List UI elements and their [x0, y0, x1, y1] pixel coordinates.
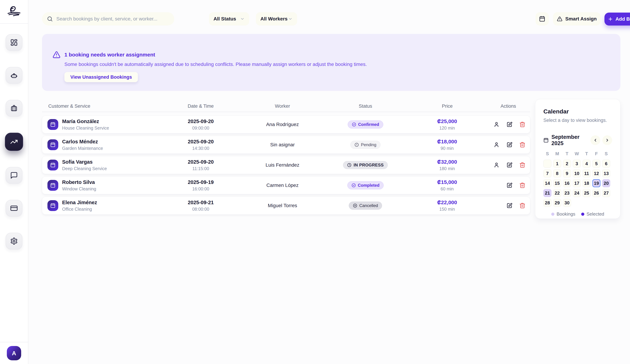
- calendar-day[interactable]: 11: [582, 169, 590, 177]
- calendar-day[interactable]: 17: [573, 179, 581, 187]
- next-month-button[interactable]: [602, 135, 612, 145]
- main-content: All Status All Workers Smart Assign Add …: [28, 0, 630, 364]
- calendar-day[interactable]: 2: [563, 160, 571, 168]
- calendar-day[interactable]: 19: [592, 179, 600, 187]
- trash-icon: [519, 162, 526, 168]
- search-icon: [47, 16, 53, 22]
- service-name: House Cleaning Service: [62, 125, 109, 131]
- user-avatar[interactable]: A: [7, 346, 21, 360]
- calendar-day[interactable]: 16: [563, 179, 571, 187]
- view-unassigned-button[interactable]: View Unassigned Bookings: [64, 72, 138, 82]
- status-filter-dropdown[interactable]: All Status: [209, 12, 249, 25]
- add-booking-button[interactable]: Add Booking: [604, 12, 630, 25]
- trash-icon: [519, 142, 526, 148]
- calendar-day[interactable]: 8: [553, 169, 561, 177]
- column-header-actions: Actions: [486, 103, 530, 109]
- sidebar-item-assistant[interactable]: [6, 67, 22, 84]
- table-row[interactable]: María González House Cleaning Service 20…: [42, 116, 530, 133]
- table-row[interactable]: Roberto Silva Window Cleaning 2025-09-19…: [42, 176, 530, 194]
- calendar-day[interactable]: 6: [602, 160, 610, 168]
- delete-booking-button[interactable]: [519, 162, 526, 168]
- calendar-day[interactable]: 3: [573, 160, 581, 168]
- sidebar-item-analytics[interactable]: [5, 133, 23, 151]
- calendar-day[interactable]: 10: [573, 169, 581, 177]
- search-input[interactable]: [56, 16, 170, 22]
- sidebar-item-billing[interactable]: [6, 200, 22, 217]
- app-logo[interactable]: [0, 0, 28, 23]
- delete-booking-button[interactable]: [519, 142, 526, 148]
- smart-assign-button[interactable]: Smart Assign: [553, 12, 600, 25]
- calendar-day[interactable]: 1: [553, 160, 561, 168]
- table-row[interactable]: Sofía Vargas Deep Cleaning Service 2025-…: [42, 156, 530, 174]
- edit-booking-button[interactable]: [506, 202, 512, 209]
- booking-price: ₡25,000: [408, 118, 486, 124]
- edit-booking-button[interactable]: [506, 182, 512, 188]
- calendar-day[interactable]: 22: [553, 189, 561, 197]
- assign-worker-button[interactable]: [493, 162, 500, 168]
- calendar-day[interactable]: 27: [602, 189, 610, 197]
- alert-title: 1 booking needs worker assignment: [64, 52, 155, 58]
- sidebar-item-messages[interactable]: [6, 167, 22, 184]
- calendar-day[interactable]: 7: [544, 169, 552, 177]
- calendar-day[interactable]: 26: [592, 189, 600, 197]
- calendar-day[interactable]: 14: [544, 179, 552, 187]
- search-box[interactable]: [42, 12, 174, 25]
- calendar-day[interactable]: 28: [544, 199, 552, 207]
- calendar-day[interactable]: 23: [563, 189, 571, 197]
- calendar-day[interactable]: 4: [582, 160, 590, 168]
- calendar-day[interactable]: 13: [602, 169, 610, 177]
- worker-name: Luis Fernández: [242, 162, 323, 168]
- assign-worker-button[interactable]: [493, 142, 500, 148]
- bookings-legend-label: Bookings: [556, 211, 575, 217]
- table-row[interactable]: Carlos Méndez Garden Maintenance 2025-09…: [42, 136, 530, 154]
- warning-triangle-icon: [52, 51, 60, 59]
- booking-price: ₡15,000: [408, 179, 486, 185]
- calendar-icon: [544, 138, 548, 143]
- column-header-customer: Customer & Service: [42, 103, 159, 109]
- calendar-day[interactable]: 12: [592, 169, 600, 177]
- calendar-day[interactable]: 5: [592, 160, 600, 168]
- delete-booking-button[interactable]: [519, 121, 526, 128]
- delete-booking-button[interactable]: [519, 182, 526, 188]
- sidebar-item-dashboard[interactable]: [6, 34, 22, 51]
- edit-icon: [506, 182, 512, 188]
- calendar-day[interactable]: 18: [582, 179, 590, 187]
- calendar-day[interactable]: 29: [553, 199, 561, 207]
- calendar-icon: [539, 16, 545, 22]
- settings-icon: [10, 237, 18, 245]
- status-badge: Cancelled: [349, 202, 382, 210]
- edit-icon: [506, 202, 512, 209]
- calendar-legend: Bookings Selected: [544, 211, 612, 217]
- booking-time: 09:00:00: [159, 125, 242, 131]
- service-name: Deep Cleaning Service: [62, 166, 107, 171]
- previous-month-button[interactable]: [590, 135, 600, 145]
- calendar-day[interactable]: 30: [563, 199, 571, 207]
- column-header-datetime: Date & Time: [159, 103, 242, 109]
- calendar-day[interactable]: 21: [544, 189, 552, 197]
- booking-calendar-icon: [48, 160, 58, 170]
- edit-booking-button[interactable]: [506, 121, 512, 128]
- status-filter-value: All Status: [214, 16, 236, 22]
- table-row[interactable]: Elena Jiménez Office Cleaning 2025-09-21…: [42, 197, 530, 215]
- edit-booking-button[interactable]: [506, 162, 512, 168]
- calendar-day[interactable]: 25: [582, 189, 590, 197]
- calendar-day[interactable]: [544, 160, 552, 168]
- calendar-grid: 1234567891011121314151617181920212223242…: [544, 160, 612, 207]
- edit-icon: [506, 121, 512, 128]
- status-badge: Pending: [350, 141, 380, 149]
- calendar-day[interactable]: 15: [553, 179, 561, 187]
- booking-date: 2025-09-20: [159, 139, 242, 145]
- check-circle-icon: [352, 122, 356, 127]
- calendar-day[interactable]: 20: [602, 179, 610, 187]
- calendar-day[interactable]: 9: [563, 169, 571, 177]
- sidebar-item-settings[interactable]: [6, 233, 22, 250]
- edit-icon: [506, 162, 512, 168]
- workers-filter-dropdown[interactable]: All Workers: [256, 12, 297, 25]
- calendar-view-button[interactable]: [536, 12, 549, 25]
- delete-booking-button[interactable]: [519, 202, 526, 209]
- assign-worker-button[interactable]: [493, 121, 500, 128]
- edit-booking-button[interactable]: [506, 142, 512, 148]
- sidebar-item-services[interactable]: [6, 100, 22, 117]
- calendar-day[interactable]: 24: [573, 189, 581, 197]
- booking-price: ₡22,000: [408, 199, 486, 205]
